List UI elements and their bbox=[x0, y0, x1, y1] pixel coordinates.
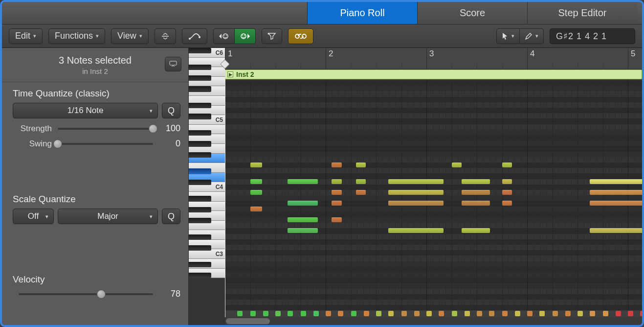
black-key[interactable] bbox=[189, 168, 211, 174]
velocity-slider[interactable] bbox=[19, 290, 153, 299]
beat-strip bbox=[225, 310, 642, 317]
midi-note[interactable] bbox=[288, 179, 318, 184]
beat-marker bbox=[640, 311, 642, 316]
midi-note[interactable] bbox=[462, 228, 490, 233]
view-menu[interactable]: View▾ bbox=[111, 28, 149, 44]
panel-chevron-icon bbox=[169, 61, 177, 68]
swing-label: Swing bbox=[13, 139, 52, 149]
midi-note[interactable] bbox=[388, 228, 444, 233]
note-grid[interactable]: ▶ Inst 2 bbox=[225, 70, 642, 317]
key-label: C4 bbox=[216, 184, 223, 190]
midi-note[interactable] bbox=[288, 217, 318, 222]
black-key[interactable] bbox=[189, 75, 211, 81]
tab-step-editor[interactable]: Step Editor bbox=[527, 2, 637, 24]
black-key[interactable] bbox=[189, 103, 211, 108]
pencil-tool[interactable]: ▾ bbox=[520, 28, 544, 44]
piano-keyboard[interactable]: C6C5C4C3 bbox=[189, 48, 225, 325]
midi-note[interactable] bbox=[388, 201, 444, 206]
midi-note[interactable] bbox=[502, 201, 512, 206]
beat-marker bbox=[414, 311, 420, 316]
edit-menu[interactable]: Edit▾ bbox=[9, 28, 43, 44]
time-quantize-select[interactable]: 1/16 Note▾ bbox=[13, 103, 158, 118]
midi-note[interactable] bbox=[388, 190, 444, 195]
midi-note[interactable] bbox=[356, 179, 366, 184]
ruler[interactable]: 12345 bbox=[225, 48, 642, 70]
midi-in-button[interactable] bbox=[213, 28, 235, 44]
midi-note[interactable] bbox=[502, 163, 512, 167]
black-key[interactable] bbox=[189, 234, 211, 240]
black-key[interactable] bbox=[189, 262, 211, 267]
beat-marker bbox=[426, 311, 432, 316]
midi-note[interactable] bbox=[452, 163, 462, 167]
midi-note[interactable] bbox=[590, 179, 642, 184]
automation-toggle[interactable] bbox=[182, 28, 207, 44]
black-key[interactable] bbox=[189, 218, 211, 223]
editor-tabs-bar: Piano RollScoreStep Editor bbox=[2, 2, 642, 24]
black-key[interactable] bbox=[189, 86, 211, 92]
midi-note[interactable] bbox=[462, 190, 490, 195]
midi-note[interactable] bbox=[250, 190, 263, 195]
black-key[interactable] bbox=[189, 65, 211, 70]
svg-point-3 bbox=[224, 35, 225, 36]
beat-marker bbox=[628, 311, 633, 316]
midi-note[interactable] bbox=[502, 190, 512, 195]
midi-note[interactable] bbox=[590, 228, 642, 233]
midi-note[interactable] bbox=[462, 201, 490, 206]
midi-note[interactable] bbox=[356, 190, 366, 195]
midi-note[interactable] bbox=[250, 163, 263, 167]
tab-score[interactable]: Score bbox=[417, 2, 527, 24]
black-key[interactable] bbox=[189, 114, 211, 119]
midi-out-button[interactable] bbox=[235, 28, 256, 44]
svg-point-1 bbox=[199, 36, 200, 38]
pencil-icon bbox=[525, 32, 533, 40]
functions-menu[interactable]: Functions▾ bbox=[48, 28, 105, 44]
midi-note[interactable] bbox=[332, 201, 342, 206]
scale-quantize-scale-select[interactable]: Major▾ bbox=[58, 209, 158, 224]
midi-note[interactable] bbox=[462, 179, 490, 184]
midi-note[interactable] bbox=[288, 228, 318, 233]
collapse-icon bbox=[161, 32, 170, 40]
tab-piano-roll[interactable]: Piano Roll bbox=[307, 2, 417, 24]
black-key[interactable] bbox=[189, 273, 211, 278]
black-key[interactable] bbox=[189, 141, 211, 146]
white-key[interactable]: C3 bbox=[189, 249, 225, 259]
midi-note[interactable] bbox=[388, 179, 444, 184]
region-header[interactable]: ▶ Inst 2 bbox=[225, 70, 642, 79]
midi-note[interactable] bbox=[250, 179, 263, 184]
horizontal-scrollbar[interactable] bbox=[225, 317, 642, 325]
black-key[interactable] bbox=[189, 207, 211, 212]
time-quantize-apply[interactable]: Q bbox=[162, 103, 180, 118]
collapse-toggle[interactable] bbox=[155, 28, 176, 44]
beat-marker bbox=[527, 311, 533, 316]
black-key[interactable] bbox=[189, 130, 211, 136]
black-key[interactable] bbox=[189, 180, 211, 185]
midi-note[interactable] bbox=[250, 207, 263, 211]
playhead-line bbox=[225, 70, 225, 317]
black-key[interactable] bbox=[189, 245, 211, 251]
editor-body: 3 Notes selected in Inst 2 Time Quantize… bbox=[2, 48, 642, 325]
midi-note[interactable] bbox=[332, 179, 342, 184]
midi-note[interactable] bbox=[332, 163, 342, 167]
inspector-expand-button[interactable] bbox=[165, 57, 181, 71]
midi-note[interactable] bbox=[590, 201, 642, 206]
strength-slider[interactable] bbox=[58, 124, 153, 133]
black-key[interactable] bbox=[189, 152, 211, 158]
pointer-icon bbox=[502, 32, 509, 40]
midi-note[interactable] bbox=[288, 201, 318, 206]
midi-note[interactable] bbox=[332, 190, 342, 195]
note-filter-button[interactable] bbox=[262, 28, 282, 44]
midi-note[interactable] bbox=[332, 217, 342, 222]
note-filter-icon bbox=[267, 32, 277, 40]
midi-note[interactable] bbox=[356, 163, 366, 167]
midi-note[interactable] bbox=[590, 190, 642, 195]
midi-note[interactable] bbox=[502, 179, 512, 184]
black-key[interactable] bbox=[189, 196, 211, 201]
black-key[interactable] bbox=[189, 48, 211, 53]
catch-playhead-button[interactable] bbox=[288, 28, 313, 44]
scroll-thumb[interactable] bbox=[226, 318, 270, 324]
scale-quantize-apply[interactable]: Q bbox=[162, 209, 180, 224]
pointer-tool[interactable]: ▾ bbox=[496, 28, 520, 44]
velocity-value: 78 bbox=[159, 289, 180, 299]
scale-quantize-enable-select[interactable]: Off▾ bbox=[13, 209, 54, 224]
swing-slider[interactable] bbox=[58, 140, 153, 148]
